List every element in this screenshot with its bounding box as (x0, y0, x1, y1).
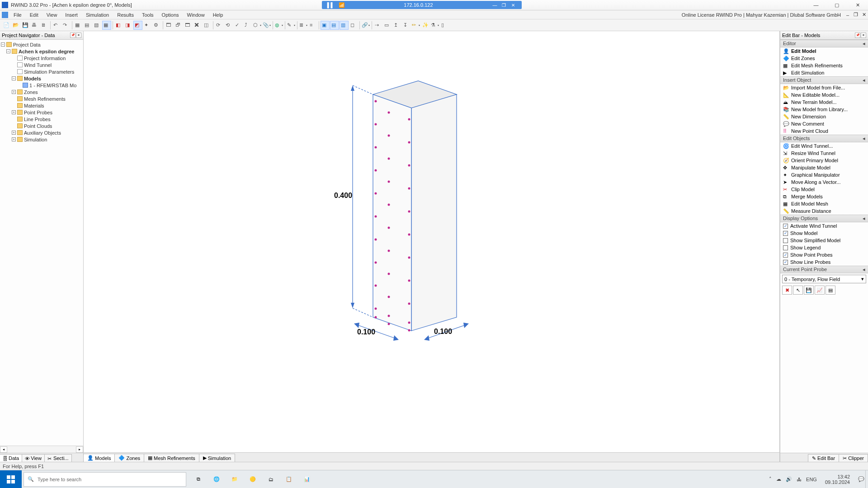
tray-clock[interactable]: 13:42 09.10.2024 (821, 474, 854, 485)
vtab-mesh[interactable]: ▦Mesh Refinements (144, 454, 199, 462)
tb-grid-b[interactable]: ▤ (83, 21, 92, 30)
tree-pointclouds[interactable]: Point Clouds (24, 123, 52, 129)
tb-misc5[interactable]: ✏ (411, 21, 420, 30)
navtab-view[interactable]: 👁View (22, 454, 45, 462)
ritem-manipulate[interactable]: ✥Manipulate Model (780, 164, 868, 171)
navtab-sections[interactable]: ✂Secti... (44, 454, 72, 462)
chk-show-pointprobes[interactable]: ✓Show Point Probes (780, 251, 868, 258)
tb-a5[interactable]: ◫ (203, 21, 212, 30)
tb-grid-a[interactable]: ▦ (74, 21, 83, 30)
collapse-icon[interactable]: ◂ (863, 77, 865, 83)
viewport-tabs[interactable]: 👤Models 🔷Zones ▦Mesh Refinements ▶Simula… (84, 453, 779, 462)
tree-zones[interactable]: Zones (24, 89, 38, 95)
edge-icon[interactable]: 🌐 (211, 474, 222, 485)
mdi-close-icon[interactable]: ✕ (860, 11, 868, 19)
tb-pen-dd[interactable]: ✎ (287, 21, 296, 30)
tb-misc7[interactable]: ⚗ (430, 21, 439, 30)
ritem-new-library[interactable]: 📚New Model from Library... (780, 106, 868, 113)
probe-table[interactable]: ▤ (826, 286, 835, 295)
start-button[interactable] (0, 470, 22, 488)
tb-open[interactable]: 📂 (11, 21, 20, 30)
tb-misc6[interactable]: ✨ (421, 21, 430, 30)
app3-icon[interactable]: 📊 (301, 474, 313, 485)
tray-network-icon[interactable]: 🖧 (797, 477, 802, 482)
ritem-move-vec[interactable]: ➤Move Along a Vector... (780, 178, 868, 186)
tb-render-b[interactable]: ◨ (124, 21, 133, 30)
tb-print[interactable]: 🖶 (30, 21, 39, 30)
system-tray[interactable]: ˄ ☁ 🔊 🖧 ENG 13:42 09.10.2024 💬 (769, 474, 865, 485)
ritem-new-terrain[interactable]: ⛰New Terrain Model... (780, 99, 868, 106)
tb-grid-toggle[interactable]: ▦ (102, 21, 111, 30)
tree-proj-info[interactable]: Project Information (24, 56, 66, 61)
editbar-tabs[interactable]: ✎Edit Bar ✂Clipper (780, 453, 868, 462)
vtab-simulation[interactable]: ▶Simulation (199, 454, 235, 462)
tb-settings-gear[interactable]: ⚙ (152, 21, 161, 30)
tray-lang[interactable]: ENG (806, 477, 817, 482)
collapse-icon[interactable]: ◂ (863, 216, 865, 221)
ritem-edit-zones[interactable]: 🔷Edit Zones (780, 55, 868, 62)
ritem-new-pointcloud[interactable]: ⠿New Point Cloud (780, 127, 868, 135)
tree-windtunnel[interactable]: Wind Tunnel (24, 62, 52, 68)
tray-volume-icon[interactable]: 🔊 (786, 476, 792, 482)
tree-model-1[interactable]: 1 - RFEM/RSTAB Mo (29, 83, 76, 88)
chrome-icon[interactable]: 🟡 (247, 474, 259, 485)
probe-save[interactable]: 💾 (804, 286, 814, 295)
menu-simulation[interactable]: Simulation (82, 11, 113, 19)
maximize-button[interactable]: ▢ (826, 0, 847, 10)
scroll-right-icon[interactable]: ▸ (76, 446, 83, 453)
tb-new[interactable]: 📄 (2, 21, 11, 30)
ritem-new-comment[interactable]: 💬New Comment (780, 120, 868, 127)
tree-root[interactable]: Project Data (13, 42, 41, 47)
tb-layer-b[interactable]: ≡ (308, 21, 317, 30)
project-tree[interactable]: −Project Data −Achen k epsilon degree Pr… (0, 40, 83, 446)
collapse-icon[interactable]: ◂ (863, 136, 865, 141)
tree-mesh[interactable]: Mesh Refinements (24, 96, 66, 102)
tb-link-dd[interactable]: 🔗 (361, 21, 370, 30)
tb-ref5[interactable]: ⬡ (253, 21, 262, 30)
menu-help[interactable]: Help (209, 11, 227, 19)
menu-file[interactable]: File (10, 11, 25, 19)
tray-onedrive-icon[interactable]: ☁ (776, 476, 781, 482)
menu-view[interactable]: View (43, 11, 61, 19)
menu-insert[interactable]: Insert (61, 11, 81, 19)
taskbar-search[interactable]: 🔍 Type here to search (24, 472, 186, 487)
ritem-measure[interactable]: 📏Measure Distance (780, 207, 868, 215)
navigator-tabs[interactable]: 🗄Data 👁View ✂Secti... (0, 453, 83, 462)
chk-show-legend[interactable]: Show Legend (780, 244, 868, 251)
editbar-pin-icon[interactable]: 📌 (855, 33, 860, 38)
tb-misc2[interactable]: ▭ (383, 21, 392, 30)
mdi-minimize-icon[interactable]: – (844, 11, 852, 19)
app2-icon[interactable]: 📋 (283, 474, 295, 485)
menu-results[interactable]: Results (113, 11, 137, 19)
tb-a1[interactable]: 🗔 (165, 21, 174, 30)
menu-window[interactable]: Window (184, 11, 208, 19)
tree-simulation[interactable]: Simulation (24, 137, 47, 142)
remote-maximize-icon[interactable]: ❐ (501, 2, 507, 8)
tree-hscrollbar[interactable]: ◂ ▸ (0, 446, 83, 453)
menu-edit[interactable]: Edit (26, 11, 42, 19)
chk-activate-wt[interactable]: ✓Activate Wind Tunnel (780, 222, 868, 230)
chk-show-simplified[interactable]: Show Simplified Model (780, 237, 868, 244)
show-desktop[interactable] (865, 470, 868, 488)
ritem-new-editable[interactable]: 📐New Editable Model... (780, 91, 868, 99)
tree-project[interactable]: Achen k epsilon degree (19, 49, 74, 54)
mdi-controls[interactable]: – ❐ ✕ (844, 11, 868, 19)
tree-lineprobes[interactable]: Line Probes (24, 117, 51, 122)
app1-icon[interactable]: 🗂 (265, 474, 277, 485)
panel-pin-icon[interactable]: 📌 (70, 33, 75, 38)
tree-auxobj[interactable]: Auxiliary Objects (24, 130, 61, 136)
tb-ref2[interactable]: ⟲ (224, 21, 233, 30)
ritem-edit-mesh[interactable]: ▦Edit Mesh Refinements (780, 62, 868, 69)
mdi-restore-icon[interactable]: ❐ (852, 11, 860, 19)
ritem-clip[interactable]: ✂Clip Model (780, 186, 868, 193)
remote-window-controls[interactable]: — ❐ ✕ (492, 2, 516, 8)
rtab-clipper[interactable]: ✂Clipper (839, 454, 868, 462)
tb-render-a[interactable]: ◧ (114, 21, 123, 30)
tb-view-b[interactable]: ▤ (330, 21, 339, 30)
tb-redo[interactable]: ↷ (61, 21, 71, 30)
collapse-icon[interactable]: ◂ (863, 41, 865, 47)
ritem-edit-sim[interactable]: ▶Edit Simulation (780, 69, 868, 76)
tb-ref1[interactable]: ⟳ (215, 21, 224, 30)
tree-simparams[interactable]: Simulation Parameters (24, 69, 74, 75)
tray-notifications-icon[interactable]: 💬 (858, 476, 864, 482)
